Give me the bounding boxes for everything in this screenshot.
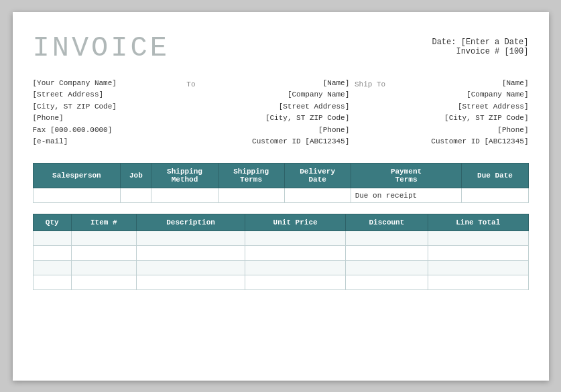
item-discount[interactable] — [345, 231, 428, 246]
from-email: [e-mail] — [33, 136, 171, 148]
from-phone: [Phone] — [33, 113, 171, 125]
to-label: To — [170, 78, 212, 149]
col-description: Description — [136, 214, 245, 231]
col-unit-price: Unit Price — [245, 214, 345, 231]
order-row: Due on receipt — [33, 188, 528, 203]
order-shipping-method[interactable] — [151, 188, 218, 203]
item-description[interactable] — [136, 231, 245, 246]
order-salesperson[interactable] — [33, 188, 121, 203]
to-name: [Name] — [212, 78, 350, 90]
item-discount[interactable] — [345, 275, 428, 290]
ship-to-name: [Name] — [391, 78, 529, 90]
item-line-total[interactable] — [428, 231, 528, 246]
to-phone: [Phone] — [212, 125, 350, 137]
item-description[interactable] — [136, 261, 245, 275]
item-unit-price[interactable] — [245, 231, 345, 246]
items-table: Qty Item # Description Unit Price Discou… — [33, 214, 529, 290]
order-shipping-terms[interactable] — [218, 188, 284, 203]
to-address: [Name] [Company Name] [Street Address] [… — [212, 78, 350, 149]
ship-to-customer-id: Customer ID [ABC12345] — [391, 136, 529, 148]
col-payment-terms: PaymentTerms — [351, 164, 462, 188]
to-company: [Company Name] — [212, 89, 350, 101]
col-due-date: Due Date — [462, 164, 528, 188]
to-city: [City, ST ZIP Code] — [212, 113, 350, 125]
item-unit-price[interactable] — [245, 261, 345, 275]
ship-to-street: [Street Address] — [391, 101, 529, 113]
from-company: [Your Company Name] — [33, 78, 171, 90]
order-table: Salesperson Job ShippingMethod ShippingT… — [33, 163, 529, 203]
ship-to-label: Ship To — [349, 78, 391, 149]
ship-to-city: [City, ST ZIP Code] — [391, 113, 529, 125]
col-qty: Qty — [33, 214, 71, 231]
order-table-section: Salesperson Job ShippingMethod ShippingT… — [33, 163, 529, 203]
order-payment-terms[interactable]: Due on receipt — [351, 188, 462, 203]
order-due-date[interactable] — [462, 188, 528, 203]
item-number[interactable] — [71, 231, 136, 246]
item-qty[interactable] — [33, 261, 71, 275]
col-shipping-method: ShippingMethod — [151, 164, 218, 188]
item-line-total[interactable] — [428, 275, 528, 290]
col-job: Job — [121, 164, 151, 188]
order-delivery-date[interactable] — [284, 188, 351, 203]
from-fax: Fax [000.000.0000] — [33, 125, 171, 137]
item-row — [33, 261, 528, 275]
col-item: Item # — [71, 214, 136, 231]
item-discount[interactable] — [345, 261, 428, 275]
invoice-title: INVOICE — [33, 32, 170, 64]
item-qty[interactable] — [33, 275, 71, 290]
item-row — [33, 275, 528, 290]
item-qty[interactable] — [33, 246, 71, 261]
col-discount: Discount — [345, 214, 428, 231]
item-description[interactable] — [136, 246, 245, 261]
from-address: [Your Company Name] [Street Address] [Ci… — [33, 78, 171, 149]
item-line-total[interactable] — [428, 246, 528, 261]
ship-to-company: [Company Name] — [391, 89, 529, 101]
col-line-total: Line Total — [428, 214, 528, 231]
header-right: Date: [Enter a Date] Invoice # [100] — [432, 38, 528, 56]
to-street: [Street Address] — [212, 101, 350, 113]
items-table-section: Qty Item # Description Unit Price Discou… — [33, 214, 529, 290]
col-salesperson: Salesperson — [33, 164, 121, 188]
item-unit-price[interactable] — [245, 246, 345, 261]
from-street: [Street Address] — [33, 89, 171, 101]
date-label: Date: [Enter a Date] — [432, 38, 528, 47]
from-city: [City, ST ZIP Code] — [33, 101, 171, 113]
order-job[interactable] — [121, 188, 151, 203]
item-unit-price[interactable] — [245, 275, 345, 290]
item-row — [33, 246, 528, 261]
header-row: INVOICE Date: [Enter a Date] Invoice # [… — [33, 32, 529, 64]
item-discount[interactable] — [345, 246, 428, 261]
ship-to-address: [Name] [Company Name] [Street Address] [… — [391, 78, 529, 149]
to-customer-id: Customer ID [ABC12345] — [212, 136, 350, 148]
item-description[interactable] — [136, 275, 245, 290]
invoice-page: INVOICE Date: [Enter a Date] Invoice # [… — [13, 12, 549, 381]
address-section: [Your Company Name] [Street Address] [Ci… — [33, 78, 529, 149]
item-number[interactable] — [71, 246, 136, 261]
ship-to-phone: [Phone] — [391, 125, 529, 137]
col-delivery-date: DeliveryDate — [284, 164, 351, 188]
item-row — [33, 231, 528, 246]
item-number[interactable] — [71, 275, 136, 290]
invoice-label: Invoice # [100] — [432, 47, 528, 56]
col-shipping-terms: ShippingTerms — [218, 164, 284, 188]
item-number[interactable] — [71, 261, 136, 275]
item-line-total[interactable] — [428, 261, 528, 275]
item-qty[interactable] — [33, 231, 71, 246]
